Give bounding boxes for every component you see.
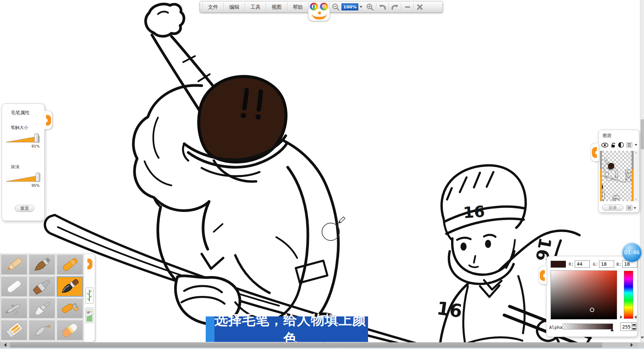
zoom-out-button[interactable] [330, 2, 341, 12]
mascot-eye-left-icon [310, 3, 318, 10]
zoom-out-icon [332, 3, 340, 11]
mascot-eye-right-icon [320, 3, 328, 10]
brush-tile-airbrush[interactable] [1, 298, 27, 318]
palette-collapse-tab[interactable] [85, 255, 93, 273]
redo-button[interactable] [389, 2, 401, 12]
menu-view[interactable]: 视图 [267, 2, 287, 12]
saturation-value-field[interactable] [551, 270, 617, 319]
layers-options-button[interactable] [626, 205, 632, 211]
layers-scrollbar[interactable]: ⌃ ⌄ [634, 151, 638, 201]
divider [413, 3, 414, 11]
layers-panel-collapse-tab[interactable] [591, 143, 599, 162]
brush-tile-eraser[interactable] [57, 320, 83, 340]
reset-button[interactable]: 重置 [15, 205, 34, 212]
divider [389, 3, 389, 11]
redo-icon [391, 3, 399, 11]
brush-tile-pencil[interactable] [1, 255, 27, 275]
alpha-input[interactable] [621, 323, 632, 331]
horizontal-scrollbar[interactable] [0, 342, 644, 348]
menu-file[interactable]: 文件 [203, 2, 223, 12]
layer-menu-caret-icon[interactable] [635, 144, 637, 146]
brush-tile-calligraphy-brush[interactable] [57, 276, 83, 297]
mascot-home-button[interactable] [309, 2, 329, 12]
layer-blend-icon[interactable] [618, 142, 624, 148]
color-field-cursor[interactable] [590, 308, 594, 312]
brush-density-slider[interactable] [6, 173, 40, 183]
palette-side-strip [84, 254, 95, 342]
layers-options-caret-icon[interactable] [634, 207, 636, 209]
color-panel-collapse-tab[interactable] [538, 266, 547, 285]
hue-marker-right-icon[interactable] [634, 315, 637, 319]
brush-panel-collapse-tab[interactable] [44, 111, 52, 129]
blue-label: B: [616, 262, 621, 267]
brush-size-slider[interactable] [6, 133, 40, 143]
scene-thumbnail-icon [86, 309, 92, 322]
layer-lock-icon[interactable] [611, 142, 616, 148]
brush-tile-flat-brush[interactable] [29, 276, 55, 297]
brush-density-slider-handle[interactable] [36, 173, 40, 182]
brush-density-value: 95% [2, 183, 40, 188]
new-layer-button[interactable]: 新建 [602, 205, 623, 211]
green-label: G: [593, 262, 598, 267]
scroll-left-button[interactable] [1, 343, 9, 347]
hue-marker-left-icon[interactable] [620, 315, 622, 319]
brush-size-value: 91% [2, 144, 40, 148]
paint-jar-icon [2, 321, 26, 339]
red-input[interactable] [575, 260, 590, 268]
green-input[interactable] [599, 260, 614, 268]
menu-tools[interactable]: 工具 [245, 2, 266, 12]
pencil-icon [2, 256, 26, 273]
timer-value: 01:46 [624, 249, 640, 256]
brush-density-label: 浓淡 [11, 164, 44, 170]
brush-size-slider-handle[interactable] [34, 133, 39, 142]
zoom-dropdown-caret-icon[interactable] [360, 6, 362, 8]
scrollbar-corner [638, 342, 644, 348]
airbrush-icon [2, 300, 26, 317]
vertical-scrollbar-thumb[interactable] [641, 119, 644, 149]
layer-thumb-bar [632, 151, 634, 169]
scroll-down-button[interactable] [640, 335, 644, 340]
zoom-in-icon [366, 3, 374, 11]
brush-tile-chalk[interactable] [1, 276, 27, 297]
brush-tile-paint-roller[interactable] [57, 298, 83, 318]
horizontal-scrollbar-thumb[interactable] [10, 342, 602, 348]
brush-tile-pointed-brush[interactable] [29, 255, 55, 275]
undo-button[interactable] [377, 2, 388, 12]
brush-tile-quill-brush[interactable] [29, 320, 55, 340]
zoom-in-button[interactable] [364, 2, 376, 12]
layer-thumb-bar-active [600, 169, 602, 201]
layers-scroll-down-icon[interactable]: ⌄ [634, 197, 638, 200]
calligraphy-brush-icon [58, 278, 82, 295]
brush-tile-palette-knife[interactable] [29, 298, 55, 318]
alpha-slider[interactable] [563, 323, 613, 330]
alpha-spin-down-button[interactable] [632, 326, 636, 331]
timer-badge: 01:46 [622, 243, 642, 262]
hue-bar[interactable] [624, 271, 633, 319]
layer-thumbnail[interactable] [600, 151, 634, 201]
minimize-button[interactable] [402, 2, 413, 12]
brush-tile-crayon[interactable] [57, 255, 83, 275]
template-scene-button[interactable] [85, 308, 93, 323]
banner-accent-stripe [206, 316, 214, 342]
spin-down-icon [632, 328, 636, 330]
layer-visibility-eye-icon[interactable] [601, 143, 608, 147]
scroll-right-button[interactable] [627, 343, 636, 347]
alpha-spin-up-button[interactable] [632, 323, 636, 326]
brush-tile-paint-jar[interactable] [1, 320, 27, 340]
menu-help[interactable]: 帮助 [288, 2, 308, 12]
layers-scroll-up-icon[interactable]: ⌃ [634, 152, 638, 155]
main-toolbar: 文件 编辑 工具 视图 帮助 100% [200, 1, 443, 13]
template-bamboo-button[interactable] [85, 288, 93, 304]
menu-edit[interactable]: 编辑 [224, 2, 244, 12]
vertical-scrollbar[interactable] [640, 0, 644, 342]
brush-size-label: 笔触大小 [11, 125, 44, 131]
close-button[interactable] [414, 2, 426, 12]
divider [287, 3, 287, 11]
alpha-spinner [620, 322, 637, 331]
zoom-level-badge[interactable]: 100% [341, 3, 358, 10]
quill-brush-icon [30, 321, 54, 339]
layer-menu-button[interactable] [626, 142, 632, 148]
alpha-marker-icon[interactable] [610, 329, 614, 331]
palette-knife-icon [30, 300, 54, 317]
current-color-swatch[interactable] [551, 261, 566, 268]
